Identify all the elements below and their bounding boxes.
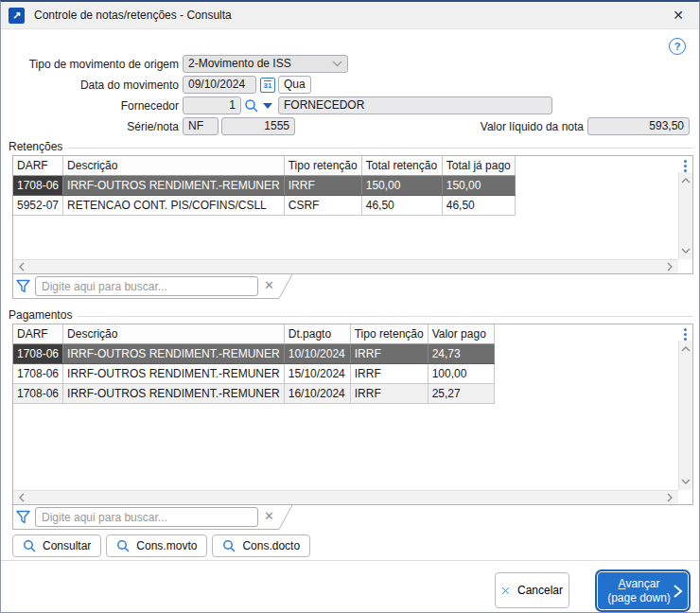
group-divider <box>78 316 693 317</box>
help-icon[interactable]: ? <box>669 38 686 55</box>
table-row[interactable]: 1708-06 IRRF-OUTROS RENDIMENT.-REMUNER 1… <box>13 364 494 384</box>
fornecedor-search-icon[interactable] <box>244 98 259 114</box>
search-icon <box>23 539 37 553</box>
table-row-selected[interactable]: 1708-06 IRRF-OUTROS RENDIMENT.-REMUNER 1… <box>13 344 494 364</box>
grid-menu-icon[interactable] <box>684 160 687 172</box>
cons-docto-button[interactable]: Cons.docto <box>212 534 310 557</box>
form-row-fornecedor: Fornecedor 1 FORNECEDOR <box>9 96 691 114</box>
search-icon <box>222 539 236 553</box>
footer-divider <box>1 560 699 561</box>
form-row-data-movimento: Data do movimento 09/10/2024 31 Qua <box>9 76 691 94</box>
clear-search-icon[interactable]: ✕ <box>264 509 274 524</box>
column-header[interactable]: DARF <box>13 324 63 344</box>
horizontal-scrollbar[interactable] <box>13 259 678 273</box>
retencoes-group-label: Retenções <box>9 140 62 153</box>
window-title: Controle de notas/retenções - Consulta <box>34 9 232 22</box>
cancel-button[interactable]: Cancelar <box>495 572 569 608</box>
weekday-badge: Qua <box>278 76 311 94</box>
calendar-icon[interactable]: 31 <box>260 78 275 93</box>
scroll-up-icon[interactable] <box>681 345 691 353</box>
consultar-button[interactable]: Consultar <box>12 534 101 557</box>
pagamentos-group-label: Pagamentos <box>9 308 72 322</box>
group-divider <box>68 148 693 149</box>
fornecedor-code-input[interactable]: 1 <box>183 96 241 114</box>
close-icon[interactable]: ✕ <box>665 6 691 25</box>
data-movimento-input[interactable]: 09/10/2024 <box>183 76 256 94</box>
fornecedor-name-field: FORNECEDOR <box>278 96 552 114</box>
retencoes-filter-bar: ✕ <box>12 274 693 300</box>
cons-movto-button[interactable]: Cons.movto <box>106 534 207 557</box>
filter-funnel-icon[interactable] <box>15 278 31 297</box>
vertical-scrollbar[interactable] <box>678 341 692 490</box>
table-row-selected[interactable]: 1708-06 IRRF-OUTROS RENDIMENT.-REMUNER I… <box>13 176 515 196</box>
retencoes-grid: DARF Descrição Tipo retenção Total reten… <box>12 155 693 274</box>
retencoes-search-input[interactable] <box>35 276 258 296</box>
dialog-window: ↗ Controle de notas/retenções - Consulta… <box>0 0 700 613</box>
tipo-movimento-label: Tipo de movimento de origem <box>9 58 179 71</box>
tipo-movimento-value: 2-Movimento de ISS <box>188 56 291 72</box>
column-header[interactable]: Descrição <box>63 324 285 344</box>
cancel-x-icon <box>501 584 510 598</box>
form-row-serie-nota: Série/nota NF 1555 Valor líquido da nota… <box>9 117 691 135</box>
title-bar: ↗ Controle de notas/retenções - Consulta… <box>1 2 699 29</box>
pagamentos-group: Pagamentos DARF Descrição Dt.pagto Tipo … <box>9 308 693 531</box>
advance-label: Avançar <box>619 577 660 591</box>
advance-sublabel: (page down) <box>607 591 671 605</box>
filter-funnel-icon[interactable] <box>15 509 31 528</box>
valor-liquido-label: Valor líquido da nota <box>481 120 584 133</box>
scroll-right-icon[interactable] <box>666 493 674 502</box>
app-icon: ↗ <box>9 8 25 24</box>
column-header[interactable]: DARF <box>13 156 63 176</box>
grid-menu-icon[interactable] <box>684 328 687 341</box>
pagamentos-search-input[interactable] <box>35 507 258 527</box>
pagamentos-filter-bar: ✕ <box>12 505 693 531</box>
advance-button[interactable]: Avançar (page down) <box>597 571 689 610</box>
column-header[interactable]: Total retenção <box>361 156 442 176</box>
serie-nota-label: Série/nota <box>9 120 179 133</box>
form-row-tipo-movimento: Tipo de movimento de origem 2-Movimento … <box>9 55 691 73</box>
vertical-scrollbar[interactable] <box>678 172 692 259</box>
column-header[interactable]: Descrição <box>63 156 285 176</box>
column-header[interactable]: Tipo retenção <box>350 324 428 344</box>
scroll-left-icon[interactable] <box>18 262 26 271</box>
valor-liquido-field: 593,50 <box>587 117 690 135</box>
scroll-left-icon[interactable] <box>18 493 26 502</box>
table-row[interactable]: 1708-06 IRRF-OUTROS RENDIMENT.-REMUNER 1… <box>13 384 494 404</box>
horizontal-scrollbar[interactable] <box>13 490 678 504</box>
fornecedor-dropdown-icon[interactable] <box>263 103 272 109</box>
chevron-down-icon <box>332 61 342 67</box>
chevron-right-icon <box>672 583 683 600</box>
pagamentos-table: DARF Descrição Dt.pagto Tipo retenção Va… <box>13 324 495 404</box>
column-header[interactable]: Total já pago <box>442 156 515 176</box>
scroll-down-icon[interactable] <box>681 478 691 485</box>
data-movimento-label: Data do movimento <box>9 79 179 92</box>
nota-numero-input[interactable]: 1555 <box>221 117 295 135</box>
scroll-down-icon[interactable] <box>681 247 691 254</box>
action-button-row: Consultar Cons.movto Cons.docto <box>12 534 310 557</box>
retencoes-header-row: DARF Descrição Tipo retenção Total reten… <box>13 156 515 176</box>
retencoes-group: Retenções DARF Descrição Tipo retenção T… <box>9 140 693 300</box>
column-header[interactable]: Tipo retenção <box>284 156 361 176</box>
search-icon <box>116 539 131 553</box>
scroll-up-icon[interactable] <box>681 177 691 184</box>
column-header[interactable]: Valor pago <box>428 324 494 344</box>
header-form: Tipo de movimento de origem 2-Movimento … <box>9 55 691 138</box>
clear-search-icon[interactable]: ✕ <box>264 278 274 293</box>
pagamentos-grid: DARF Descrição Dt.pagto Tipo retenção Va… <box>12 324 693 505</box>
serie-input[interactable]: NF <box>183 117 219 135</box>
retencoes-table: DARF Descrição Tipo retenção Total reten… <box>13 156 516 216</box>
scroll-right-icon[interactable] <box>666 262 674 271</box>
tipo-movimento-select[interactable]: 2-Movimento de ISS <box>183 55 348 73</box>
table-row[interactable]: 5952-07 RETENCAO CONT. PIS/COFINS/CSLL C… <box>13 196 515 216</box>
pagamentos-header-row: DARF Descrição Dt.pagto Tipo retenção Va… <box>13 324 494 344</box>
fornecedor-label: Fornecedor <box>9 99 179 113</box>
column-header[interactable]: Dt.pagto <box>284 324 350 344</box>
